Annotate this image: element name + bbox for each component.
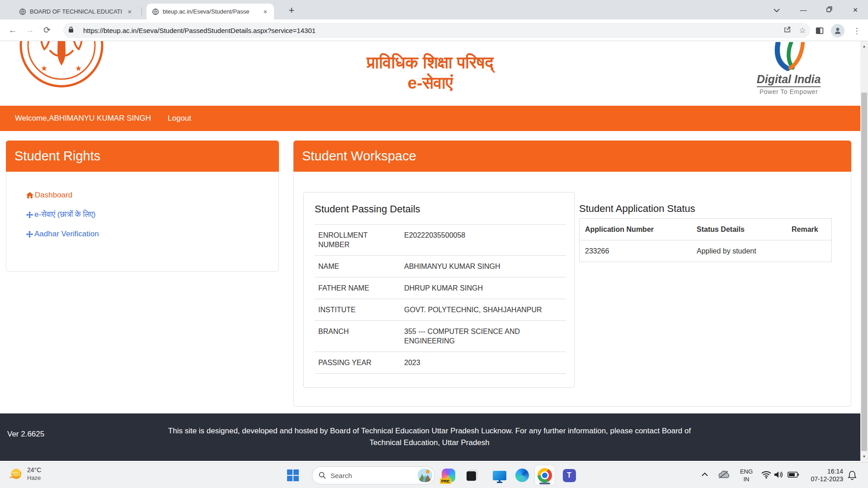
copilot-pre-badge: PRE [440,479,451,484]
clock-time: 16:14 [802,468,843,475]
onedrive-paused-icon[interactable] [718,470,730,479]
status-cell: Applied by student [691,240,786,262]
side-panel-icon[interactable] [813,24,826,38]
tab-board-of-technical-education[interactable]: BOARD OF TECHNICAL EDUCATI × [14,4,138,19]
tab-title: BOARD OF TECHNICAL EDUCATI [30,8,122,15]
refresh-icon[interactable]: ⟳ [41,24,53,37]
back-icon[interactable]: ← [6,24,19,37]
windows-logo-icon [287,469,292,475]
search-highlight-image[interactable] [418,469,432,482]
welcome-bar: Welcome,ABHIMANYU KUMAR SINGH Logout [0,106,868,131]
row-value: ABHIMANYU KUMAR SINGH [401,256,566,277]
language-indicator[interactable]: ENG IN [739,468,754,483]
remark-cell [786,240,830,262]
table-row: FATHER NAME DHRUP KUMAR SINGH [315,277,566,299]
digital-india-swoosh-icon [769,42,808,71]
table-row: INSTITUTE GOVT. POLYTECHNIC, SHAHJAHANPU… [315,299,566,321]
sidebar-item-label: e-सेवाएं (छात्रों के लिए) [34,210,95,219]
scroll-up-icon[interactable]: ▲ [860,43,868,50]
table-row: BRANCH 355 --- COMPUTER SCIENCE AND ENGI… [315,321,566,352]
table-header-row: Application Number Status Details Remark [580,219,831,240]
teams-app-icon[interactable]: T [562,468,576,483]
row-label: NAME [315,256,401,277]
weather-condition: Haze [27,474,41,482]
table-row: NAME ABHIMANYU KUMAR SINGH [315,256,566,277]
edge-app-icon[interactable] [515,468,529,483]
start-button[interactable] [287,469,299,481]
sidebar-item-eseva[interactable]: e-सेवाएं (छात्रों के लिए) [26,210,278,219]
search-placeholder: Search [330,472,418,479]
logout-link[interactable]: Logout [168,114,191,123]
volume-icon[interactable] [774,471,783,479]
passing-details-table: ENROLLMENT NUMBER E20222035500058 NAME A… [315,224,566,374]
student-workspace-panel: Student Workspace Student Passing Detail… [293,141,851,407]
site-title-line2: e-सेवाएं [0,73,860,94]
window-restore-button[interactable] [820,4,838,16]
close-icon[interactable]: × [261,8,269,16]
lang-line2: IN [739,475,754,483]
student-rights-panel: Student Rights Dashboard e-सेवाएं (छात्र… [6,141,279,272]
search-icon [319,472,326,479]
lang-line1: ENG [739,468,754,475]
row-value: 2023 [401,352,566,373]
sidebar-item-label: Dashboard [35,191,72,200]
row-value: 355 --- COMPUTER SCIENCE AND ENGINEERING [401,321,566,352]
taskbar-clock[interactable]: 16:14 07-12-2023 [802,468,843,483]
monitor-icon [493,471,506,480]
wifi-icon[interactable] [761,471,771,479]
forward-icon[interactable]: → [24,24,36,37]
weather-temp: 24°C [27,466,41,474]
tray-chevron-up-icon[interactable] [702,473,708,476]
url-text[interactable]: https://bteup.ac.in/Eseva/Student/Passed… [83,27,779,34]
column-header: Remark [786,219,830,240]
table-row: ENROLLMENT NUMBER E20222035500058 [315,225,566,256]
row-label: PASSING YEAR [315,352,401,373]
browser-menu-icon[interactable]: ⋮ [850,24,863,38]
column-header: Application Number [580,219,691,240]
notifications-bell-icon[interactable] [848,470,857,480]
tab-separator [142,7,142,15]
window-close-button[interactable]: × [846,4,864,16]
taskbar-weather-widget[interactable]: 24°C Haze [8,466,41,482]
new-tab-button[interactable]: + [285,4,298,18]
sidebar-item-aadhar-verification[interactable]: Aadhar Verification [26,230,278,239]
student-rights-header: Student Rights [6,141,279,172]
copilot-icon: PRE [442,469,455,482]
sidebar-item-dashboard[interactable]: Dashboard [26,191,278,200]
battery-icon[interactable] [788,472,799,478]
tab-bteup-active[interactable]: bteup.ac.in/Eseva/Student/Passe × [146,4,274,19]
taskbar-search-box[interactable]: Search [312,466,435,484]
browser-tabstrip: BOARD OF TECHNICAL EDUCATI × bteup.ac.in… [0,0,868,19]
lock-icon [63,26,79,35]
passing-details-title: Student Passing Details [315,203,420,215]
row-label: FATHER NAME [315,277,401,299]
copilot-app-icon[interactable]: PRE [441,468,456,483]
window-minimize-button[interactable]: — [794,4,812,16]
globe-icon [152,8,159,15]
page-scrollbar[interactable]: ▲ ▼ [860,41,868,462]
teams-icon: T [563,469,576,482]
site-title-line1: प्राविधिक शिक्षा परिषद् [0,52,860,73]
screen: BOARD OF TECHNICAL EDUCATI × bteup.ac.in… [0,0,868,488]
profile-avatar[interactable] [831,24,844,38]
remote-desktop-app-icon[interactable] [492,468,507,483]
haze-sun-icon [8,466,24,482]
row-value: DHRUP KUMAR SINGH [401,277,566,299]
share-icon[interactable] [779,26,795,35]
passing-details-card: Student Passing Details ENROLLMENT NUMBE… [303,192,575,388]
url-omnibox[interactable]: https://bteup.ac.in/Eseva/Student/Passed… [63,23,810,38]
page-footer: Ver 2.6625 This site is designed, develo… [0,413,868,461]
site-title: प्राविधिक शिक्षा परिषद् e-सेवाएं [0,52,860,94]
bookmark-star-icon[interactable]: ☆ [795,26,810,35]
footer-text: This site is designed, developed and hos… [151,425,708,449]
row-value: GOVT. POLYTECHNIC, SHAHJAHANPUR [401,299,566,320]
scrollbar-thumb[interactable] [861,93,867,451]
edge-icon [515,469,529,482]
snip-app-icon[interactable] [465,468,479,483]
move-icon [26,211,33,218]
chrome-app-icon-active[interactable] [535,465,555,485]
row-label: INSTITUTE [315,299,401,320]
close-icon[interactable]: × [126,8,134,16]
scroll-down-icon[interactable]: ▼ [860,453,868,460]
window-chevron-icon[interactable] [768,4,786,16]
